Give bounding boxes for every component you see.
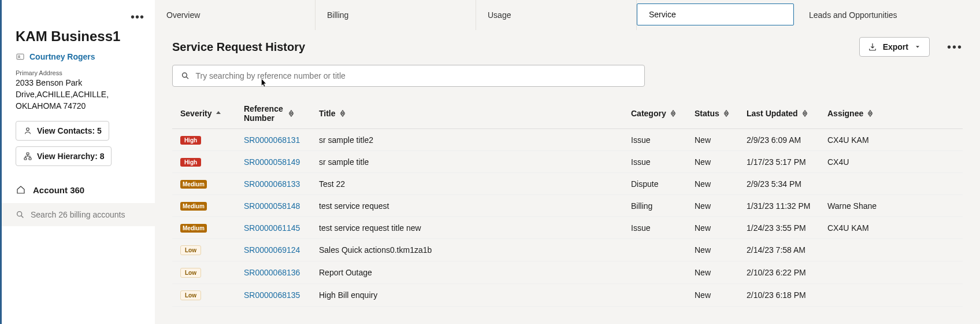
tab-service[interactable]: Service [637, 3, 794, 25]
col-reference[interactable]: Reference Number [244, 104, 319, 123]
address-text: 2033 Benson Park Drive,ACHILLE,ACHILLE, … [16, 78, 141, 112]
tab-usage[interactable]: Usage [476, 0, 637, 30]
col-reference-label1: Reference [244, 104, 283, 113]
tab-overview-label: Overview [166, 10, 200, 20]
col-assignee[interactable]: Assignee [827, 109, 885, 118]
tab-usage-label: Usage [488, 10, 511, 20]
sidebar-more-icon[interactable]: ••• [131, 10, 144, 24]
view-hierarchy-label: View Hierarchy: 8 [37, 152, 104, 161]
table-row[interactable]: LowSR0000068136Report OutageNew2/10/23 6… [172, 262, 963, 284]
sidebar-search[interactable]: Search 26 billing accounts [2, 203, 155, 226]
table-row[interactable]: HighSR0000068131sr sample title2IssueNew… [172, 129, 963, 151]
svg-rect-4 [24, 158, 27, 160]
tab-billing[interactable]: Billing [315, 0, 476, 30]
row-category: Dispute [631, 179, 695, 189]
col-severity-label: Severity [180, 109, 211, 118]
primary-contact-link[interactable]: Courtney Rogers [16, 52, 141, 61]
sidebar-search-placeholder: Search 26 billing accounts [31, 210, 125, 219]
row-status: New [695, 135, 747, 145]
severity-badge: Low [180, 245, 201, 255]
col-reference-label2: Number [244, 113, 283, 123]
section-title: Service Request History [172, 41, 305, 54]
export-label: Export [883, 42, 908, 51]
row-category: Issue [631, 135, 695, 145]
table-row[interactable]: MediumSR0000058148test service requestBi… [172, 195, 963, 217]
service-request-table: Severity Reference Number Title Category [172, 98, 963, 307]
table-row[interactable]: LowSR0000069124Sales Quick actions0.tkm1… [172, 239, 963, 262]
severity-badge: Low [180, 268, 201, 278]
row-title: Report Outage [319, 268, 631, 277]
reference-link[interactable]: SR0000058149 [244, 157, 319, 167]
row-status: New [695, 179, 747, 189]
row-updated: 2/9/23 5:34 PM [747, 179, 827, 189]
row-status: New [695, 245, 747, 255]
caret-down-icon [914, 43, 921, 50]
view-hierarchy-button[interactable]: View Hierarchy: 8 [16, 146, 112, 166]
tab-leads[interactable]: Leads and Opportunities [797, 0, 897, 30]
svg-rect-5 [29, 158, 31, 160]
sort-icon [339, 109, 346, 117]
nav-account-360[interactable]: Account 360 [0, 176, 155, 203]
row-title: sr sample title2 [319, 135, 631, 145]
row-updated: 1/17/23 5:17 PM [747, 157, 827, 167]
primary-contact-name: Courtney Rogers [29, 52, 95, 61]
row-title: Test 22 [319, 179, 631, 189]
severity-badge: Medium [180, 180, 207, 189]
table-row[interactable]: HighSR0000058149sr sample titleIssueNew1… [172, 151, 963, 173]
col-status-label: Status [695, 109, 719, 118]
col-title-label: Title [319, 109, 336, 118]
table-row[interactable]: MediumSR0000068133Test 22DisputeNew2/9/2… [172, 173, 963, 195]
view-contacts-button[interactable]: View Contacts: 5 [16, 121, 109, 141]
row-category: Billing [631, 201, 695, 211]
col-category[interactable]: Category [631, 109, 695, 118]
col-last-updated[interactable]: Last Updated [747, 109, 827, 118]
view-contacts-label: View Contacts: 5 [37, 126, 102, 135]
sort-icon [288, 109, 295, 117]
reference-link[interactable]: SR0000068135 [244, 290, 319, 300]
tab-billing-label: Billing [327, 10, 348, 20]
row-assignee: CX4U KAM [827, 223, 885, 233]
row-title: sr sample title [319, 157, 631, 167]
svg-point-7 [183, 73, 187, 78]
reference-link[interactable]: SR0000061145 [244, 223, 319, 233]
sidebar: ••• KAM Business1 Courtney Rogers Primar… [0, 0, 155, 324]
col-assignee-label: Assignee [827, 109, 863, 118]
row-assignee: CX4U KAM [827, 135, 885, 145]
tab-overview[interactable]: Overview [155, 0, 315, 30]
row-updated: 2/9/23 6:09 AM [747, 135, 827, 145]
col-title[interactable]: Title [319, 109, 631, 118]
row-category: Issue [631, 157, 695, 167]
row-updated: 2/14/23 7:58 AM [747, 245, 827, 255]
severity-badge: High [180, 158, 201, 167]
reference-link[interactable]: SR0000069124 [244, 245, 319, 255]
row-category: Issue [631, 223, 695, 233]
reference-link[interactable]: SR0000058148 [244, 201, 319, 211]
reference-link[interactable]: SR0000068133 [244, 179, 319, 189]
row-updated: 2/10/23 6:18 PM [747, 290, 827, 300]
row-status: New [695, 223, 747, 233]
col-status[interactable]: Status [695, 109, 747, 118]
contact-card-icon [16, 52, 25, 61]
export-button[interactable]: Export [859, 37, 930, 57]
reference-link[interactable]: SR0000068136 [244, 268, 319, 277]
main: Overview Billing Usage Service Leads and… [155, 0, 980, 324]
severity-badge: Low [180, 290, 201, 300]
tab-leads-label: Leads and Opportunities [809, 10, 897, 20]
row-title: High Bill enquiry [319, 290, 631, 300]
row-status: New [695, 201, 747, 211]
table-row[interactable]: LowSR0000068135High Bill enquiryNew2/10/… [172, 284, 963, 307]
sort-icon [801, 109, 808, 117]
col-severity[interactable]: Severity [180, 109, 244, 118]
svg-rect-0 [17, 54, 24, 60]
svg-rect-3 [27, 153, 29, 154]
reference-link[interactable]: SR0000068131 [244, 135, 319, 145]
table-row[interactable]: MediumSR0000061145test service request t… [172, 217, 963, 239]
search-box[interactable] [172, 65, 645, 87]
sort-icon [670, 109, 677, 117]
section-more-icon[interactable]: ••• [947, 41, 963, 54]
col-category-label: Category [631, 109, 666, 118]
row-title: Sales Quick actions0.tkm1za1b [319, 245, 631, 255]
address-label: Primary Address [16, 69, 141, 76]
search-input[interactable] [195, 71, 636, 80]
row-title: test service request [319, 201, 631, 211]
